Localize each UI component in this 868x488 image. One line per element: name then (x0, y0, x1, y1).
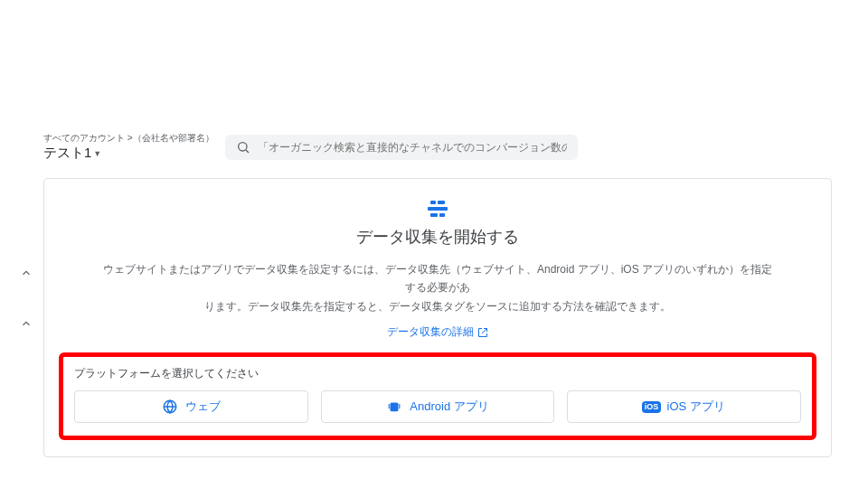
platform-select-label: プラットフォームを選択してください (74, 366, 801, 381)
link-label: データ収集の詳細 (387, 324, 474, 340)
platform-label: Android アプリ (410, 399, 488, 415)
platform-options: ウェブ Android アプリ iOS iOS アプリ (74, 390, 801, 423)
top-bar: すべてのアカウント >（会社名や部署名） テスト1 ▼ (0, 127, 868, 167)
account-name: テスト1 (43, 145, 91, 162)
chevron-down-icon: ▼ (93, 149, 101, 158)
search-bar[interactable] (225, 135, 578, 160)
platform-web-button[interactable]: ウェブ (74, 390, 308, 423)
svg-line-1 (246, 150, 249, 153)
side-collapse-controls (20, 267, 33, 330)
learn-more-link[interactable]: データ収集の詳細 (387, 324, 488, 340)
svg-point-0 (238, 142, 246, 150)
platform-label: ウェブ (185, 399, 221, 415)
breadcrumb[interactable]: すべてのアカウント >（会社名や部署名） テスト1 ▼ (43, 132, 214, 162)
search-input[interactable] (258, 141, 567, 154)
svg-rect-6 (400, 404, 401, 408)
platform-selection-highlight: プラットフォームを選択してください ウェブ Android アプリ iOS iO… (59, 352, 816, 440)
platform-android-button[interactable]: Android アプリ (321, 390, 555, 423)
breadcrumb-path: すべてのアカウント >（会社名や部署名） (43, 132, 214, 145)
chevron-up-icon[interactable] (20, 267, 33, 279)
svg-point-3 (392, 401, 393, 403)
panel-heading: データ収集を開始する (44, 226, 831, 248)
data-stream-icon (44, 201, 831, 217)
platform-ios-button[interactable]: iOS iOS アプリ (567, 390, 801, 423)
data-collection-panel: データ収集を開始する ウェブサイトまたはアプリでデータ収集を設定するには、データ… (43, 178, 832, 457)
panel-description: ウェブサイトまたはアプリでデータ収集を設定するには、データ収集先（ウェブサイト、… (44, 260, 831, 315)
account-selector[interactable]: テスト1 ▼ (43, 145, 214, 162)
android-icon (386, 399, 402, 415)
search-icon (236, 140, 250, 155)
svg-rect-5 (389, 404, 390, 408)
chevron-up-icon[interactable] (20, 317, 33, 330)
external-link-icon (477, 327, 488, 338)
svg-point-4 (396, 401, 398, 403)
platform-label: iOS アプリ (667, 399, 725, 415)
ios-icon: iOS (644, 399, 660, 415)
web-icon (162, 399, 178, 415)
